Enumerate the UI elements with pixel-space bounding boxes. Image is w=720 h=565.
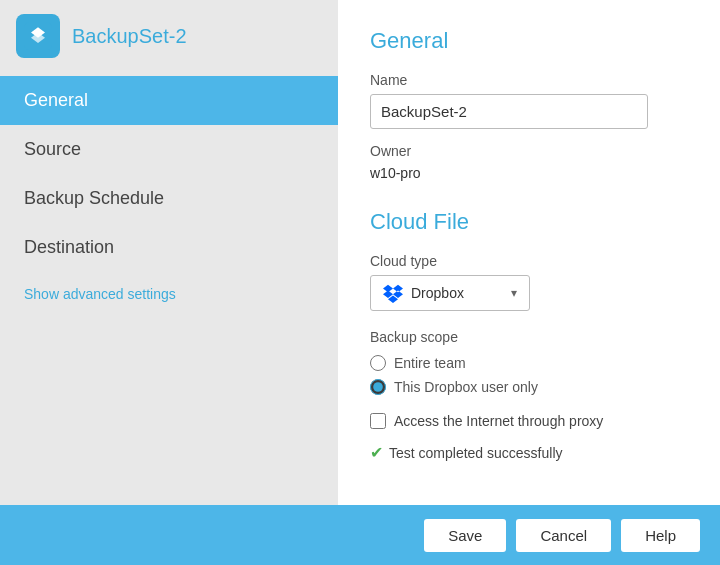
cloud-file-section: Cloud File Cloud type Dropbox ▾ Backup s…	[370, 209, 688, 462]
app-logo	[16, 14, 60, 58]
backup-scope-label: Backup scope	[370, 329, 688, 345]
cloud-file-title: Cloud File	[370, 209, 688, 235]
sidebar-header: BackupSet-2	[0, 0, 338, 72]
sidebar-item-destination[interactable]: Destination	[0, 223, 338, 272]
show-advanced-settings-link[interactable]: Show advanced settings	[0, 276, 338, 312]
cloud-type-value: Dropbox	[411, 285, 464, 301]
name-label: Name	[370, 72, 688, 88]
backup-scope-section: Backup scope Entire team This Dropbox us…	[370, 329, 688, 395]
footer: Save Cancel Help	[0, 505, 720, 565]
dropbox-user-radio[interactable]	[370, 379, 386, 395]
owner-section: Owner w10-pro	[370, 143, 688, 181]
check-icon: ✔	[370, 443, 383, 462]
save-button[interactable]: Save	[424, 519, 506, 552]
cancel-button[interactable]: Cancel	[516, 519, 611, 552]
radio-entire-team: Entire team	[370, 355, 688, 371]
cloud-type-row: Cloud type Dropbox ▾	[370, 253, 688, 311]
content-area: General Name Owner w10-pro Cloud File Cl…	[338, 0, 720, 505]
cloud-type-label: Cloud type	[370, 253, 688, 269]
radio-dropbox-user: This Dropbox user only	[370, 379, 688, 395]
help-button[interactable]: Help	[621, 519, 700, 552]
owner-value: w10-pro	[370, 165, 688, 181]
name-field-group: Name	[370, 72, 688, 129]
proxy-checkbox-option: Access the Internet through proxy	[370, 413, 688, 429]
dropbox-user-label: This Dropbox user only	[394, 379, 538, 395]
sidebar: BackupSet-2 General Source Backup Schedu…	[0, 0, 338, 505]
owner-label: Owner	[370, 143, 688, 159]
success-message: ✔ Test completed successfully	[370, 443, 688, 462]
dropdown-chevron-icon: ▾	[511, 286, 517, 300]
success-text: Test completed successfully	[389, 445, 563, 461]
name-input[interactable]	[370, 94, 648, 129]
sidebar-item-general[interactable]: General	[0, 76, 338, 125]
general-section-title: General	[370, 28, 688, 54]
sidebar-nav: General Source Backup Schedule Destinati…	[0, 76, 338, 272]
proxy-label: Access the Internet through proxy	[394, 413, 603, 429]
entire-team-label: Entire team	[394, 355, 466, 371]
sidebar-item-backup-schedule[interactable]: Backup Schedule	[0, 174, 338, 223]
entire-team-radio[interactable]	[370, 355, 386, 371]
sidebar-item-source[interactable]: Source	[0, 125, 338, 174]
proxy-checkbox[interactable]	[370, 413, 386, 429]
app-title: BackupSet-2	[72, 25, 187, 48]
cloud-type-dropdown[interactable]: Dropbox ▾	[370, 275, 530, 311]
dropbox-icon	[383, 283, 403, 303]
